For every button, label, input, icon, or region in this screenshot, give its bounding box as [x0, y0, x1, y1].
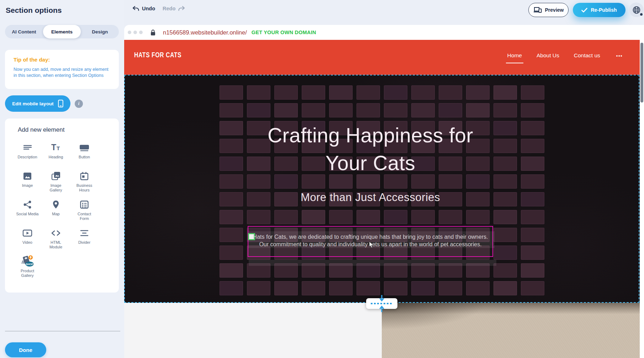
element-html-module[interactable]: HTML Module [42, 226, 70, 254]
republish-button[interactable]: Re-Publish [573, 3, 625, 17]
element-button[interactable]: Button [70, 141, 99, 169]
hero-subtitle[interactable]: More than Just Accessories [124, 191, 617, 204]
element-product-gallery[interactable]: SHOP Product Gallery [13, 254, 42, 283]
resize-dashed-line [371, 303, 393, 304]
pattern-cell [493, 210, 517, 224]
tip-card: Tip of the day: Now you can add, move an… [5, 50, 119, 89]
check-icon [581, 8, 587, 12]
pattern-cell [521, 85, 544, 100]
redo-button[interactable]: Redo [163, 6, 185, 11]
html-module-icon [51, 227, 61, 239]
tab-elements[interactable]: Elements [43, 25, 81, 38]
pattern-cell [274, 210, 298, 224]
pattern-cell [439, 210, 462, 224]
business-hours-icon [79, 170, 89, 182]
pattern-cell [329, 85, 353, 100]
pattern-cell [302, 103, 325, 117]
hero-section[interactable]: Crafting Happiness for Your Cats More th… [124, 75, 640, 303]
pattern-cell [384, 103, 407, 117]
nav-home[interactable]: Home [507, 52, 522, 59]
pattern-cell [521, 228, 544, 242]
svg-text:T: T [57, 145, 60, 151]
site-header[interactable]: HATS FOR CATS Home About Us Contact us •… [124, 40, 640, 75]
pattern-cell [220, 263, 243, 278]
done-button[interactable]: Done [5, 342, 46, 357]
globe-icon [632, 6, 641, 14]
hero-title[interactable]: Crafting Happiness for Your Cats [124, 121, 617, 177]
social-media-icon [22, 199, 32, 211]
scrollbar-thumb[interactable] [640, 43, 643, 102]
element-heading[interactable]: TT Heading [42, 141, 70, 169]
element-image-gallery[interactable]: Image Gallery [42, 169, 70, 198]
add-element-card: Add new element Description TT Heading B… [5, 119, 119, 293]
mouse-cursor [369, 241, 374, 248]
element-description[interactable]: Description [13, 141, 42, 169]
pattern-cell [466, 103, 490, 117]
svg-text:SHOP: SHOP [26, 263, 33, 266]
element-contact-form[interactable]: Contact Form [70, 198, 99, 226]
site-logo[interactable]: HATS FOR CATS [134, 51, 181, 59]
tab-design[interactable]: Design [81, 25, 119, 38]
nav-contact-us[interactable]: Contact us [574, 52, 600, 59]
pattern-cell [521, 281, 544, 295]
heading-icon: TT [50, 142, 62, 154]
pattern-cell [521, 246, 544, 260]
devices-icon [533, 7, 542, 13]
globe-badge [640, 13, 643, 16]
preview-button[interactable]: Preview [528, 3, 569, 17]
browser-frame: n1566589.websitebuilder.online/ GET YOUR… [124, 25, 644, 358]
undo-button[interactable]: Undo [132, 6, 155, 11]
pattern-cell [466, 281, 490, 295]
panel-title: Section options [6, 6, 62, 15]
pattern-cell [411, 103, 435, 117]
pattern-cell [357, 85, 380, 100]
pattern-cell [357, 210, 380, 224]
element-video[interactable]: Video [13, 226, 42, 254]
pattern-cell [521, 210, 544, 224]
pattern-cell [220, 210, 243, 224]
lock-icon [151, 30, 155, 36]
site-nav: Home About Us Contact us ••• [507, 52, 623, 59]
pattern-cell [411, 210, 435, 224]
language-globe-button[interactable] [629, 2, 644, 17]
get-domain-link[interactable]: GET YOUR OWN DOMAIN [252, 30, 316, 35]
pattern-cell [220, 85, 243, 100]
nav-about-us[interactable]: About Us [537, 52, 559, 59]
video-icon [22, 227, 33, 239]
element-divider[interactable]: Divider [70, 226, 99, 254]
tab-ai-content[interactable]: AI Content [5, 25, 43, 38]
contact-form-icon [79, 199, 89, 211]
sidebar-divider [5, 331, 120, 331]
nav-more-button[interactable]: ••• [616, 53, 623, 58]
pattern-cell [357, 103, 380, 117]
browser-dot [128, 31, 131, 34]
info-icon[interactable]: i [75, 100, 83, 108]
pattern-cell [411, 85, 435, 100]
pattern-cell [493, 103, 517, 117]
pattern-cell [329, 281, 353, 295]
pattern-cell [302, 85, 325, 100]
pattern-cell [466, 85, 490, 100]
pattern-cell [384, 281, 407, 295]
image-icon [22, 170, 32, 182]
pattern-cell [247, 85, 270, 100]
element-business-hours[interactable]: Business Hours [70, 169, 99, 198]
pattern-cell [439, 85, 462, 100]
pattern-cell [220, 103, 243, 117]
pattern-cell [493, 281, 517, 295]
element-image[interactable]: Image [13, 169, 42, 198]
element-social-media[interactable]: Social Media [13, 198, 42, 226]
tip-body: Now you can add, move and resize any ele… [14, 67, 109, 79]
scrollbar [640, 25, 644, 358]
site-canvas: HATS FOR CATS Home About Us Contact us •… [124, 40, 640, 358]
edit-mobile-layout-button[interactable]: Edit mobile layout [5, 95, 70, 112]
button-icon [79, 142, 90, 154]
site-url[interactable]: n1566589.websitebuilder.online/ [163, 29, 247, 36]
pattern-cell [274, 85, 298, 100]
divider-icon [79, 227, 89, 239]
resize-arrow-down-icon [379, 295, 385, 302]
pattern-cell [302, 210, 325, 224]
pattern-cell [247, 281, 270, 295]
pattern-cell [384, 210, 407, 224]
element-map[interactable]: Map [42, 198, 70, 226]
